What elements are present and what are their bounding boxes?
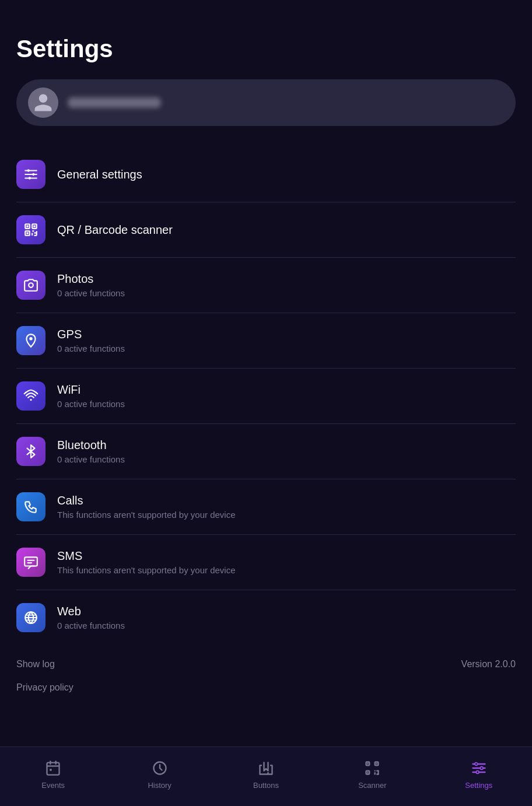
calls-title: Calls bbox=[57, 494, 236, 507]
settings-item-bluetooth[interactable]: Bluetooth 0 active functions bbox=[16, 424, 516, 479]
settings-item-qr[interactable]: QR / Barcode scanner bbox=[16, 202, 516, 258]
bluetooth-subtitle: 0 active functions bbox=[57, 454, 125, 464]
svg-point-48 bbox=[480, 767, 483, 770]
web-title: Web bbox=[57, 605, 125, 618]
page-title: Settings bbox=[16, 35, 516, 63]
sms-settings-text: SMS This functions aren't supported by y… bbox=[57, 549, 236, 575]
show-log-link[interactable]: Show log bbox=[16, 659, 55, 670]
qr-settings-text: QR / Barcode scanner bbox=[57, 223, 173, 237]
events-nav-icon bbox=[44, 759, 62, 777]
svg-rect-10 bbox=[33, 225, 35, 227]
settings-item-sms[interactable]: SMS This functions aren't supported by y… bbox=[16, 535, 516, 590]
settings-item-gps[interactable]: GPS 0 active functions bbox=[16, 313, 516, 369]
svg-rect-20 bbox=[24, 557, 37, 566]
svg-rect-37 bbox=[376, 763, 377, 764]
wifi-settings-text: WiFi 0 active functions bbox=[57, 383, 125, 409]
wifi-icon bbox=[16, 381, 46, 411]
calls-subtitle: This functions aren't supported by your … bbox=[57, 510, 236, 520]
settings-item-wifi[interactable]: WiFi 0 active functions bbox=[16, 369, 516, 424]
user-profile-row[interactable] bbox=[16, 79, 516, 126]
events-nav-label: Events bbox=[41, 781, 65, 790]
svg-point-5 bbox=[29, 177, 31, 179]
svg-rect-31 bbox=[50, 769, 52, 771]
qr-icon bbox=[16, 215, 46, 244]
user-name-blurred bbox=[68, 97, 161, 108]
buttons-nav-label: Buttons bbox=[253, 781, 279, 790]
calls-icon bbox=[16, 492, 46, 521]
wifi-title: WiFi bbox=[57, 383, 125, 397]
history-nav-label: History bbox=[148, 781, 171, 790]
svg-rect-9 bbox=[26, 225, 28, 227]
web-icon bbox=[16, 603, 46, 632]
photos-icon bbox=[16, 271, 46, 300]
svg-rect-38 bbox=[368, 772, 369, 773]
settings-item-photos[interactable]: Photos 0 active functions bbox=[16, 258, 516, 313]
web-settings-text: Web 0 active functions bbox=[57, 605, 125, 630]
avatar bbox=[28, 87, 58, 118]
photos-subtitle: 0 active functions bbox=[57, 288, 125, 298]
sms-subtitle: This functions aren't supported by your … bbox=[57, 565, 236, 575]
svg-point-3 bbox=[27, 169, 30, 171]
general-settings-icon bbox=[16, 160, 46, 189]
nav-item-events[interactable]: Events bbox=[0, 754, 106, 794]
svg-rect-27 bbox=[47, 763, 60, 775]
settings-nav-icon bbox=[470, 759, 488, 777]
gps-settings-text: GPS 0 active functions bbox=[57, 328, 125, 353]
qr-settings-title: QR / Barcode scanner bbox=[57, 223, 173, 237]
general-settings-title: General settings bbox=[57, 168, 142, 181]
privacy-policy-link[interactable]: Privacy policy bbox=[16, 682, 74, 692]
version-text: Version 2.0.0 bbox=[461, 659, 516, 670]
nav-item-buttons[interactable]: Buttons bbox=[213, 754, 319, 794]
privacy-policy-container: Privacy policy bbox=[16, 675, 516, 705]
nav-item-scanner[interactable]: Scanner bbox=[319, 754, 425, 794]
photos-settings-text: Photos 0 active functions bbox=[57, 272, 125, 298]
user-avatar-icon bbox=[33, 92, 54, 113]
bluetooth-icon bbox=[16, 437, 46, 466]
main-content: Settings General sett bbox=[0, 0, 532, 747]
photos-title: Photos bbox=[57, 272, 125, 286]
general-settings-text: General settings bbox=[57, 168, 142, 181]
settings-nav-label: Settings bbox=[465, 781, 492, 790]
gps-icon bbox=[16, 326, 46, 355]
svg-point-49 bbox=[476, 771, 479, 774]
gps-subtitle: 0 active functions bbox=[57, 344, 125, 353]
settings-item-general[interactable]: General settings bbox=[16, 147, 516, 202]
buttons-nav-icon bbox=[257, 759, 275, 777]
footer-links: Show log Version 2.0.0 bbox=[16, 645, 516, 675]
bluetooth-title: Bluetooth bbox=[57, 439, 125, 452]
settings-list: General settings bbox=[16, 147, 516, 645]
svg-point-18 bbox=[29, 337, 32, 340]
svg-rect-11 bbox=[26, 232, 28, 234]
sms-title: SMS bbox=[57, 549, 236, 563]
wifi-subtitle: 0 active functions bbox=[57, 399, 125, 409]
svg-point-17 bbox=[29, 283, 33, 288]
settings-item-web[interactable]: Web 0 active functions bbox=[16, 590, 516, 645]
svg-point-47 bbox=[475, 763, 478, 766]
calls-settings-text: Calls This functions aren't supported by… bbox=[57, 494, 236, 520]
web-subtitle: 0 active functions bbox=[57, 621, 125, 630]
scanner-nav-label: Scanner bbox=[358, 781, 386, 790]
bluetooth-settings-text: Bluetooth 0 active functions bbox=[57, 439, 125, 464]
svg-point-19 bbox=[30, 399, 32, 401]
svg-point-4 bbox=[32, 173, 34, 176]
svg-rect-36 bbox=[368, 763, 369, 764]
history-nav-icon bbox=[150, 759, 169, 777]
scanner-nav-icon bbox=[363, 759, 382, 777]
sms-icon bbox=[16, 548, 46, 577]
settings-item-calls[interactable]: Calls This functions aren't supported by… bbox=[16, 479, 516, 535]
gps-title: GPS bbox=[57, 328, 125, 341]
nav-item-settings[interactable]: Settings bbox=[426, 754, 532, 794]
nav-item-history[interactable]: History bbox=[106, 754, 212, 794]
bottom-navigation: Events History Buttons bbox=[0, 747, 532, 806]
